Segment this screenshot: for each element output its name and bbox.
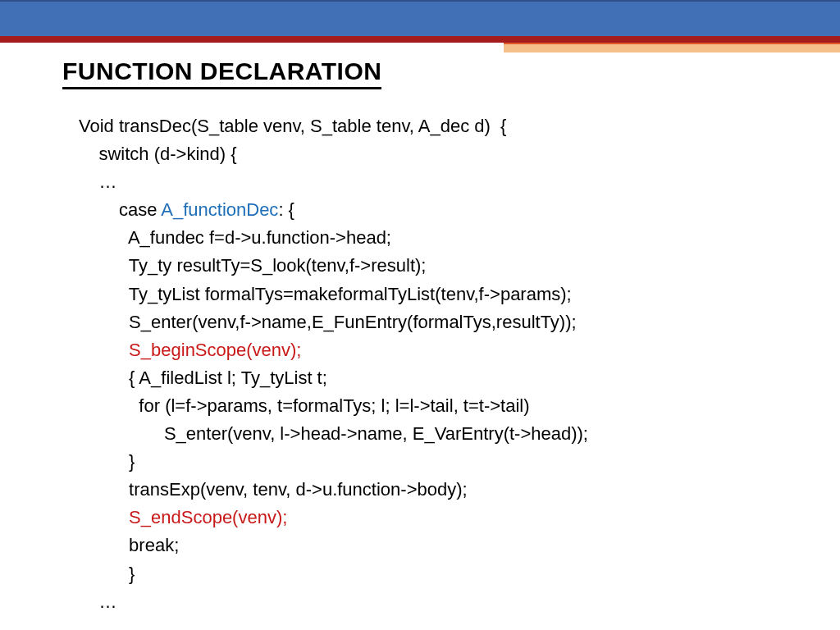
code-keyword: A_functionDec (161, 199, 278, 220)
code-line: S_enter(venv,f->name,E_FunEntry(formalTy… (79, 312, 577, 332)
code-line: … (79, 591, 116, 612)
code-line: S_enter(venv, l->head->name, E_VarEntry(… (79, 423, 588, 444)
code-line: Void transDec(S_table venv, S_table tenv… (79, 116, 506, 136)
slide-title: FUNCTION DECLARATION (62, 57, 381, 89)
code-line: A_fundec f=d->u.function->head; (79, 227, 391, 248)
header-orange-stripe (504, 43, 840, 52)
code-line: for (l=f->params, t=formalTys; l; l=l->t… (79, 395, 530, 416)
code-line: Ty_ty resultTy=S_look(tenv,f->result); (79, 255, 426, 276)
code-line: transExp(venv, tenv, d->u.function->body… (79, 479, 468, 500)
code-line: case (79, 199, 161, 220)
slide-content: FUNCTION DECLARATION Void transDec(S_tab… (0, 43, 840, 616)
header-blue-band (0, 0, 840, 36)
code-line: } (79, 451, 135, 472)
code-line: } (79, 564, 135, 584)
code-line: : { (278, 199, 294, 220)
code-highlight: S_beginScope(venv); (79, 340, 301, 360)
code-line: … (79, 171, 116, 192)
code-line: break; (79, 535, 179, 555)
code-line: { A_filedList l; Ty_tyList t; (79, 368, 327, 388)
code-line: switch (d->kind) { (79, 144, 237, 164)
code-block: Void transDec(S_table venv, S_table tenv… (62, 112, 791, 616)
code-line: Ty_tyList formalTys=makeformalTyList(ten… (79, 284, 572, 304)
header-red-band (0, 36, 840, 43)
code-highlight: S_endScope(venv); (79, 507, 287, 527)
